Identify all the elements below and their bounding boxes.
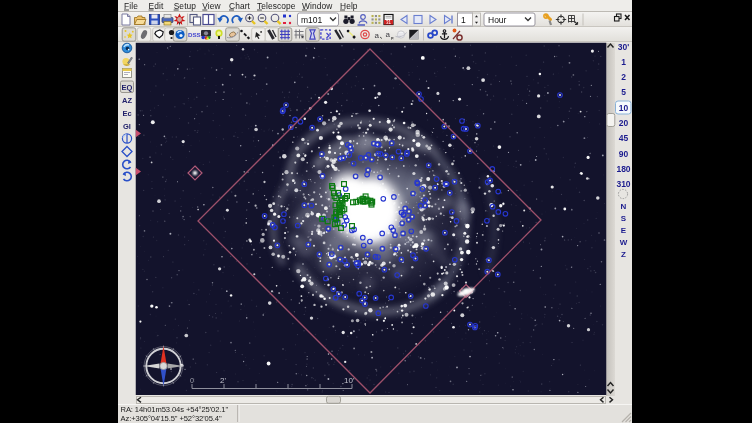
svg-text:AZ: AZ (122, 96, 132, 105)
svg-text:Z: Z (621, 250, 626, 259)
svg-text:View: View (202, 1, 221, 11)
svg-text:5: 5 (621, 87, 626, 97)
svg-text:90: 90 (619, 149, 629, 159)
svg-text:Ec: Ec (122, 109, 131, 118)
svg-text:20: 20 (619, 118, 629, 128)
svg-text:N: N (621, 202, 627, 211)
svg-text:a: a (386, 30, 391, 39)
svg-text:S: S (621, 214, 627, 223)
svg-text:Help: Help (340, 1, 358, 11)
svg-text:Gl: Gl (123, 122, 131, 131)
svg-text:Az:+305°04'15.5" +52°32'05.4": Az:+305°04'15.5" +52°32'05.4" (121, 414, 222, 423)
svg-text:EQ: EQ (122, 83, 133, 92)
svg-text:45: 45 (619, 133, 629, 143)
svg-text:RA: 14h01m53.04s +54°25'02.1": RA: 14h01m53.04s +54°25'02.1" (121, 405, 229, 414)
svg-text:1: 1 (461, 15, 466, 25)
svg-text:Hour: Hour (488, 15, 507, 25)
svg-text:a: a (375, 31, 380, 40)
svg-text:30': 30' (618, 42, 629, 52)
svg-text:W: W (620, 238, 628, 247)
svg-text:Window: Window (302, 1, 333, 11)
svg-text:2: 2 (621, 72, 626, 82)
svg-text:m101: m101 (301, 15, 323, 25)
svg-text:Setup: Setup (174, 1, 197, 11)
svg-text:10: 10 (619, 103, 629, 113)
svg-text:1: 1 (621, 57, 626, 67)
svg-text:Telescope: Telescope (257, 1, 296, 11)
svg-text:DSS: DSS (188, 31, 201, 38)
svg-text:310: 310 (616, 179, 630, 189)
svg-text:Edit: Edit (149, 1, 164, 11)
svg-text:180: 180 (616, 164, 630, 174)
svg-text:31: 31 (386, 20, 392, 25)
svg-text:Chart: Chart (229, 1, 251, 11)
svg-text:File: File (124, 1, 138, 11)
svg-text:E: E (621, 226, 627, 235)
